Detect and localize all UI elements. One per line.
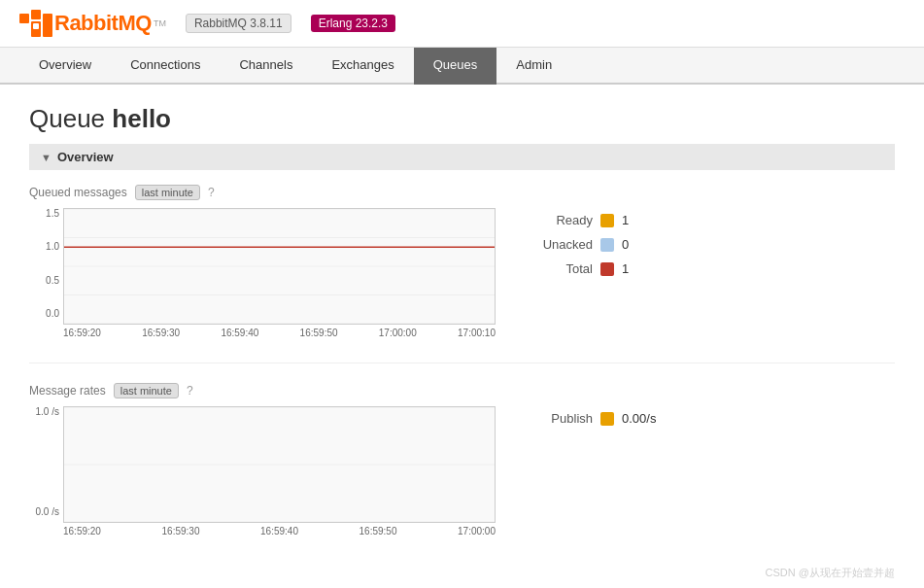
overview-arrow: ▼ xyxy=(41,152,51,163)
message-rates-y-labels: 1.0 /s 0.0 /s xyxy=(29,406,63,517)
nav-overview[interactable]: Overview xyxy=(19,48,111,85)
legend-ready-label: Ready xyxy=(534,213,593,227)
message-rates-chart-container: 1.0 /s 0.0 /s 16:59:20 16:59:30 16:59:40 xyxy=(29,406,895,536)
erlang-badge: Erlang 23.2.3 xyxy=(311,15,395,32)
version-badge: RabbitMQ 3.8.11 xyxy=(186,14,291,33)
footer-watermark: CSDN @从现在开始壹并超 xyxy=(29,561,895,585)
nav-admin[interactable]: Admin xyxy=(496,48,571,85)
svg-rect-4 xyxy=(33,23,39,29)
nav-channels[interactable]: Channels xyxy=(220,48,312,85)
legend-unacked: Unacked 0 xyxy=(534,237,651,252)
legend-publish: Publish 0.00/s xyxy=(534,411,656,426)
legend-total: Total 1 xyxy=(534,261,651,276)
legend-publish-value: 0.00/s xyxy=(622,411,656,426)
message-rates-label-row: Message rates last minute ? xyxy=(29,383,895,398)
overview-section-header[interactable]: ▼ Overview xyxy=(29,144,895,170)
logo-text: RabbitMQ xyxy=(54,11,152,36)
svg-rect-0 xyxy=(19,14,29,23)
logo: RabbitMQ TM xyxy=(19,10,166,37)
svg-rect-3 xyxy=(43,14,52,37)
queued-messages-chart-wrapper: 1.5 1.0 0.5 0.0 xyxy=(29,208,496,338)
message-rates-svg xyxy=(64,407,495,522)
queued-messages-time-badge[interactable]: last minute xyxy=(135,185,200,200)
page-title: Queue hello xyxy=(29,104,895,134)
legend-unacked-value: 0 xyxy=(622,237,651,252)
page-content: Queue hello ▼ Overview Queued messages l… xyxy=(0,85,924,588)
legend-unacked-label: Unacked xyxy=(534,237,593,252)
nav-queues[interactable]: Queues xyxy=(414,48,497,85)
message-rates-time-badge[interactable]: last minute xyxy=(114,383,179,398)
svg-rect-1 xyxy=(31,10,41,19)
message-rates-help[interactable]: ? xyxy=(187,384,193,398)
message-rates-section: Message rates last minute ? 1.0 /s 0.0 /… xyxy=(29,383,895,536)
nav-exchanges[interactable]: Exchanges xyxy=(312,48,413,85)
legend-total-label: Total xyxy=(534,261,593,276)
legend-ready-color xyxy=(600,214,614,227)
queued-messages-y-labels: 1.5 1.0 0.5 0.0 xyxy=(29,208,63,319)
legend-total-value: 1 xyxy=(622,261,651,276)
legend-total-color xyxy=(600,262,614,276)
message-rates-label: Message rates xyxy=(29,384,106,398)
legend-ready: Ready 1 xyxy=(534,213,651,227)
top-header: RabbitMQ TM RabbitMQ 3.8.11 Erlang 23.2.… xyxy=(0,0,924,48)
queued-messages-x-labels: 16:59:20 16:59:30 16:59:40 16:59:50 17:0… xyxy=(63,325,496,338)
logo-tm: TM xyxy=(154,18,166,28)
message-rates-canvas xyxy=(63,406,496,523)
nav-bar: Overview Connections Channels Exchanges … xyxy=(0,48,924,85)
legend-ready-value: 1 xyxy=(622,213,651,227)
nav-connections[interactable]: Connections xyxy=(111,48,220,85)
message-rates-legend: Publish 0.00/s xyxy=(534,411,656,426)
message-rates-x-labels: 16:59:20 16:59:30 16:59:40 16:59:50 17:0… xyxy=(63,523,496,536)
message-rates-chart-wrapper: 1.0 /s 0.0 /s 16:59:20 16:59:30 16:59:40 xyxy=(29,406,496,536)
section-divider xyxy=(29,363,895,363)
legend-publish-label: Publish xyxy=(534,411,593,426)
legend-publish-color xyxy=(600,412,614,426)
legend-unacked-color xyxy=(600,238,614,252)
queued-messages-label: Queued messages xyxy=(29,186,127,199)
logo-rabbit: Rabbit xyxy=(54,11,118,35)
queued-messages-section: Queued messages last minute ? 1.5 1.0 0.… xyxy=(29,185,895,338)
queued-messages-chart-container: 1.5 1.0 0.5 0.0 xyxy=(29,208,895,338)
queued-messages-label-row: Queued messages last minute ? xyxy=(29,185,895,200)
queued-messages-help[interactable]: ? xyxy=(208,186,215,199)
overview-section-label: Overview xyxy=(57,150,114,164)
queued-messages-svg xyxy=(64,209,495,324)
queued-messages-legend: Ready 1 Unacked 0 Total 1 xyxy=(534,213,651,276)
queued-messages-canvas xyxy=(63,208,496,325)
rabbitmq-logo-icon xyxy=(19,10,54,37)
